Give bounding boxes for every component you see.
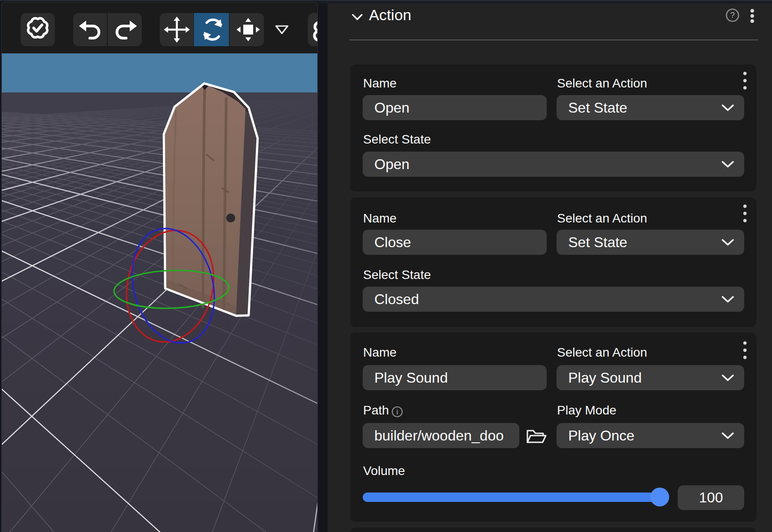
svg-text:?: ? xyxy=(730,10,735,20)
svg-text:i: i xyxy=(396,408,398,416)
